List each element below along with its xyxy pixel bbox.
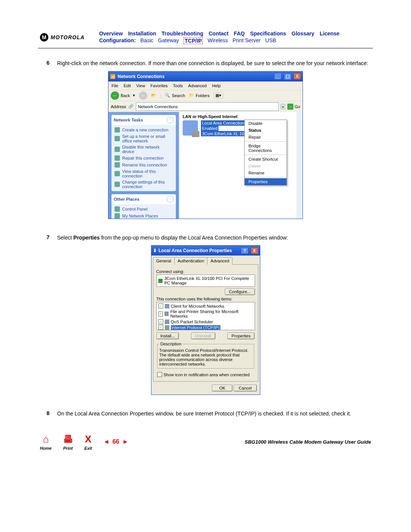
page-number: 66	[113, 438, 119, 445]
context-menu-item[interactable]: Disable	[245, 120, 287, 127]
go-button[interactable]: →Go	[287, 104, 300, 110]
nav-link[interactable]: Glossary	[292, 30, 314, 37]
context-menu-item[interactable]: Bridge Connections	[245, 142, 287, 154]
properties-button[interactable]: Properties	[227, 332, 255, 339]
nav-configuration-label: Configuration:	[99, 37, 135, 44]
step-number: 8	[42, 410, 49, 418]
context-menu-item[interactable]: Properties	[245, 178, 287, 185]
address-dropdown[interactable]: v	[281, 104, 285, 109]
components-listbox[interactable]: ✓Client for Microsoft Networks✓File and …	[156, 302, 255, 330]
tab[interactable]: Advanced	[207, 257, 233, 265]
task-icon	[115, 136, 120, 141]
nic-field[interactable]: 3Com EtherLink XL 10/100 PCI For Complet…	[156, 275, 255, 287]
nav-secondary: Configuration:BasicGatewayTCP/IPWireless…	[99, 37, 339, 44]
list-item[interactable]: ✓Client for Microsoft Networks	[158, 303, 254, 309]
checkbox[interactable]: ✓	[158, 319, 163, 324]
print-button[interactable]: 🖶Print	[63, 433, 73, 451]
nav-link[interactable]: License	[320, 30, 339, 37]
context-menu-item[interactable]: Create Shortcut	[245, 156, 287, 163]
task-link[interactable]: Disable this network device	[115, 144, 173, 155]
panel-header[interactable]: Other Placesˆ	[112, 194, 176, 204]
search-button[interactable]: 🔍 Search	[165, 93, 185, 98]
scrollbar[interactable]	[296, 112, 303, 219]
close-button[interactable]: X	[293, 73, 301, 80]
folders-button[interactable]: 📁 Folders	[189, 93, 210, 98]
chevron-up-icon[interactable]: ˆ	[167, 117, 174, 123]
window-titlebar[interactable]: 📶 Network Connections _ ▢ X	[108, 72, 303, 81]
task-link[interactable]: Repair this connection	[115, 155, 173, 161]
menu-item[interactable]: View	[136, 83, 145, 88]
task-link[interactable]: Create a new connection	[115, 126, 173, 133]
checkbox[interactable]: ✓	[158, 312, 163, 316]
context-menu-item[interactable]: Repair	[245, 134, 287, 141]
nav-sublink[interactable]: TCP/IP	[183, 37, 203, 44]
nav-link[interactable]: Installation	[128, 30, 156, 37]
tab[interactable]: Authentication	[174, 257, 208, 265]
window-controls: _ ▢ X	[273, 73, 301, 80]
context-menu-item[interactable]: Delete	[245, 163, 287, 169]
nav-sublink[interactable]: Basic	[140, 37, 153, 44]
ok-button[interactable]: OK	[212, 385, 233, 391]
show-icon-checkbox[interactable]: Show icon in notification area when conn…	[156, 372, 255, 377]
checkbox[interactable]: ✓	[158, 304, 163, 308]
tab[interactable]: General	[153, 257, 175, 265]
nav-link[interactable]: FAQ	[234, 30, 245, 37]
menu-item[interactable]: Help	[212, 83, 221, 88]
menu-item[interactable]: Tools	[173, 83, 183, 88]
task-link[interactable]: Change settings of this connection	[115, 179, 173, 190]
nav-sublink[interactable]: Wireless	[207, 37, 228, 44]
list-item[interactable]: ✓Internet Protocol (TCP/IP)	[158, 324, 254, 330]
chevron-up-icon[interactable]: ˆ	[167, 196, 174, 203]
task-link[interactable]: View status of this connection	[115, 168, 173, 179]
print-icon: 🖶	[63, 433, 73, 445]
tabs: GeneralAuthenticationAdvanced	[151, 256, 260, 265]
cancel-button[interactable]: Cancel	[234, 385, 256, 391]
nav-link[interactable]: Overview	[99, 30, 123, 37]
forward-button[interactable]: →	[139, 91, 147, 100]
nav-link[interactable]: Contact	[209, 30, 228, 37]
list-item[interactable]: ✓File and Printer Sharing for Microsoft …	[158, 309, 254, 319]
prev-page-button[interactable]: ◄	[104, 438, 110, 445]
close-button[interactable]: X	[251, 247, 258, 254]
panel-header[interactable]: Network Tasksˆ	[112, 115, 176, 125]
install-button[interactable]: Install...	[156, 332, 179, 339]
up-button[interactable]: 📂	[151, 93, 156, 98]
nav-link[interactable]: Troubleshooting	[162, 30, 204, 37]
step-number: 7	[42, 234, 49, 242]
tab-pane: Connect using: 3Com EtherLink XL 10/100 …	[153, 264, 258, 382]
task-link[interactable]: Control Panel	[115, 206, 173, 212]
checkbox[interactable]: ✓	[158, 325, 163, 330]
nav-sublink[interactable]: Gateway	[158, 37, 179, 44]
nav-sublink[interactable]: Print Server	[233, 37, 261, 44]
context-menu-item[interactable]: Status	[245, 127, 287, 134]
menu-item[interactable]: Advanced	[188, 83, 207, 88]
window-title: Local Area Connection Properties	[159, 248, 232, 253]
minimize-button[interactable]: _	[274, 73, 282, 80]
context-menu-item[interactable]: Rename	[245, 169, 287, 176]
maximize-button[interactable]: ▢	[284, 73, 292, 80]
task-link[interactable]: My Network Places	[115, 212, 173, 219]
task-link[interactable]: Set up a home or small office network	[115, 133, 173, 144]
list-item[interactable]: ✓QoS Packet Scheduler	[158, 319, 254, 324]
menu-item[interactable]: File	[112, 83, 118, 88]
task-icon	[115, 127, 120, 133]
help-button[interactable]: ?	[241, 247, 249, 254]
back-button[interactable]: ←Back ▾	[111, 91, 135, 100]
exit-button[interactable]: XExit	[84, 433, 92, 451]
guide-title: SBG1000 Wireless Cable Modem Gateway Use…	[245, 439, 371, 445]
page-footer: ⌂Home 🖶Print XExit ◄ 66 ► SBG1000 Wirele…	[38, 422, 373, 451]
menu-item[interactable]: Edit	[124, 83, 131, 88]
task-link[interactable]: Rename this connection	[115, 161, 173, 168]
configure-button[interactable]: Configure...	[225, 288, 255, 295]
window-titlebar[interactable]: ⬇ Local Area Connection Properties ? X	[151, 246, 260, 256]
address-input[interactable]	[136, 102, 278, 111]
views-button[interactable]: ▦▾	[213, 92, 223, 99]
next-page-button[interactable]: ►	[122, 438, 128, 445]
home-button[interactable]: ⌂Home	[40, 433, 52, 451]
address-bar: Address 🔗 v →Go	[108, 101, 303, 112]
menu-item[interactable]: Favorites	[150, 83, 167, 88]
address-label: Address	[111, 104, 126, 109]
nav-sublink[interactable]: USB	[265, 37, 276, 44]
uninstall-button[interactable]: Uninstall	[191, 332, 215, 339]
nav-link[interactable]: Specifications	[250, 30, 286, 37]
